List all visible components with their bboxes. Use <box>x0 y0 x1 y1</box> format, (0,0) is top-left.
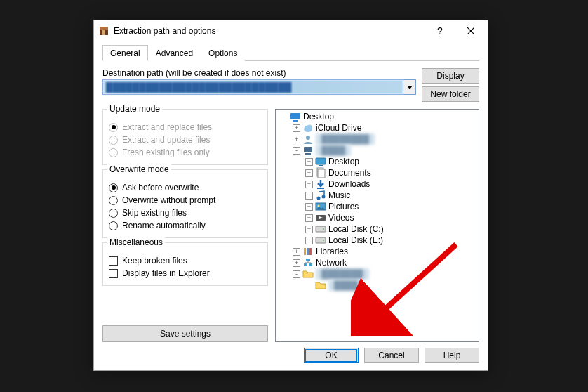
display-button[interactable]: Display <box>422 68 479 84</box>
svg-rect-29 <box>304 248 306 255</box>
svg-point-26 <box>323 228 324 230</box>
tree-expander[interactable]: - <box>293 270 300 278</box>
tree-node[interactable]: +████████ <box>277 133 477 145</box>
tree-node[interactable]: -███████ <box>277 268 477 280</box>
tree-expander[interactable]: + <box>293 259 300 267</box>
cancel-button[interactable]: Cancel <box>364 348 419 363</box>
folder-tree[interactable]: Desktop+iCloud Drive+████████-████+Deskt… <box>275 109 479 342</box>
svg-rect-17 <box>318 169 325 178</box>
tree-expander[interactable]: + <box>305 203 313 211</box>
checkbox-icon <box>109 269 118 278</box>
tree-node[interactable]: -████ <box>277 145 477 156</box>
tree-node[interactable]: +Music <box>277 190 477 201</box>
save-settings-button[interactable]: Save settings <box>102 325 268 342</box>
close-button[interactable] <box>455 21 486 41</box>
tree-expander[interactable]: + <box>305 181 313 188</box>
tree-node[interactable]: +Desktop <box>277 156 477 167</box>
help-button[interactable]: Help <box>425 348 479 363</box>
svg-rect-14 <box>316 158 326 164</box>
svg-rect-15 <box>319 165 323 166</box>
video-icon <box>315 212 326 223</box>
tree-node-label: ████ <box>316 145 351 156</box>
radio-icon <box>109 123 118 132</box>
check-keep-broken[interactable]: Keep broken files <box>109 254 262 267</box>
tree-node[interactable]: +Videos <box>277 212 477 223</box>
tab-options[interactable]: Options <box>201 45 245 61</box>
radio-fresh-only[interactable]: Fresh existing files only <box>109 146 262 159</box>
tree-expander[interactable]: + <box>293 248 300 256</box>
libs-icon <box>302 246 314 257</box>
disk-icon <box>315 235 326 246</box>
net-icon <box>302 257 314 268</box>
radio-overwrite-noprompt[interactable]: Overwrite without prompt <box>109 194 262 207</box>
tree-node-label: Documents <box>328 167 371 178</box>
tab-strip: General Advanced Options <box>102 44 479 61</box>
group-miscellaneous: Miscellaneous Keep broken files Display … <box>102 242 268 286</box>
tree-node-label: Local Disk (E:) <box>328 235 383 246</box>
tree-node-label: iCloud Drive <box>316 122 361 133</box>
svg-rect-13 <box>305 153 311 155</box>
tree-node[interactable]: Desktop <box>277 111 477 122</box>
pc-icon <box>302 145 314 156</box>
radio-extract-replace[interactable]: Extract and replace files <box>109 121 262 133</box>
tree-node[interactable]: +Documents <box>277 167 477 178</box>
radio-icon <box>109 148 118 157</box>
tree-node[interactable]: +iCloud Drive <box>277 122 477 133</box>
checkbox-icon <box>109 256 118 266</box>
radio-extract-update[interactable]: Extract and update files <box>109 133 262 146</box>
radio-ask-overwrite[interactable]: Ask before overwrite <box>109 181 262 194</box>
svg-rect-31 <box>309 248 312 255</box>
tree-node[interactable]: ████ <box>277 280 477 291</box>
tree-expander[interactable]: + <box>305 169 313 177</box>
radio-icon <box>109 209 118 218</box>
tree-node[interactable]: +Network <box>277 257 477 268</box>
svg-rect-18 <box>317 188 324 189</box>
tree-expander[interactable]: + <box>293 124 300 132</box>
group-legend: Overwrite mode <box>107 164 171 174</box>
new-folder-button[interactable]: New folder <box>422 86 479 102</box>
tree-expander[interactable]: + <box>305 237 313 244</box>
svg-rect-7 <box>293 120 298 122</box>
tree-node[interactable]: +Libraries <box>277 246 477 257</box>
check-display-explorer[interactable]: Display files in Explorer <box>109 267 262 280</box>
tree-expander[interactable]: - <box>293 147 300 155</box>
help-titlebar-button[interactable]: ? <box>425 21 455 41</box>
svg-point-11 <box>306 136 310 140</box>
tree-node[interactable]: +Downloads <box>277 178 477 190</box>
svg-point-20 <box>322 195 326 199</box>
tree-node-label: Music <box>328 190 350 201</box>
tree-node[interactable]: +Pictures <box>277 201 477 212</box>
destination-path-label: Destination path (will be created if doe… <box>102 68 416 78</box>
destination-path-combo[interactable] <box>102 79 416 95</box>
destination-path-input[interactable] <box>103 80 403 94</box>
destination-path-drop[interactable] <box>403 80 415 94</box>
svg-rect-30 <box>307 248 309 255</box>
desktop-icon <box>315 156 326 167</box>
ok-button[interactable]: OK <box>304 348 359 363</box>
tree-node-label: Videos <box>328 212 354 223</box>
radio-skip-existing[interactable]: Skip existing files <box>109 207 262 219</box>
svg-rect-2 <box>102 30 105 35</box>
music-icon <box>315 190 326 201</box>
tree-node-label: ███████ <box>316 268 369 280</box>
tree-node[interactable]: +Local Disk (E:) <box>277 235 477 246</box>
tree-node-label: Pictures <box>328 201 359 212</box>
tree-expander[interactable]: + <box>305 226 313 233</box>
svg-rect-6 <box>290 113 300 119</box>
radio-icon <box>109 221 118 230</box>
tree-node-label: ████ <box>328 280 363 291</box>
tree-expander[interactable]: + <box>305 192 313 200</box>
svg-point-19 <box>317 197 321 200</box>
extraction-options-dialog: Extraction path and options ? General Ad… <box>93 20 488 371</box>
disk-icon <box>315 223 326 235</box>
folder-icon <box>302 268 314 280</box>
group-update-mode: Update mode Extract and replace files Ex… <box>102 109 268 165</box>
tree-node[interactable]: +Local Disk (C:) <box>277 223 477 235</box>
tree-expander[interactable]: + <box>293 136 300 143</box>
tree-expander[interactable]: + <box>305 214 313 222</box>
radio-rename-auto[interactable]: Rename automatically <box>109 219 262 232</box>
tab-advanced[interactable]: Advanced <box>148 45 201 61</box>
tab-general[interactable]: General <box>102 45 148 61</box>
radio-icon <box>109 136 118 145</box>
tree-expander[interactable]: + <box>305 158 313 166</box>
